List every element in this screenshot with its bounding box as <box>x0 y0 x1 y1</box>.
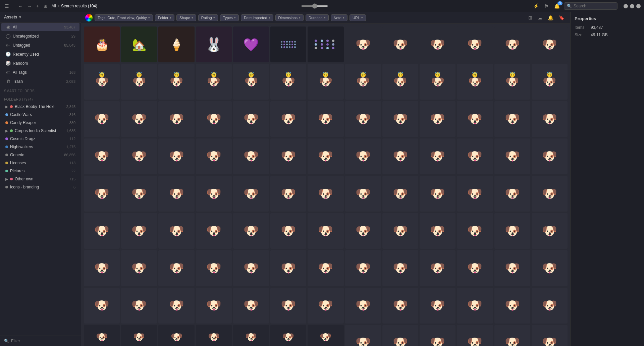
asset-cell[interactable]: 🐶 <box>382 325 418 346</box>
filter-shape-chip[interactable]: Shape ▾ <box>176 14 196 21</box>
asset-cell[interactable]: 🐶 <box>382 138 418 174</box>
asset-cell[interactable]: 🐶 <box>158 101 194 137</box>
asset-cell[interactable]: 🐶 <box>457 138 493 174</box>
asset-cell[interactable]: 🐶 <box>270 288 306 324</box>
sidebar-item-trash[interactable]: 🗑 Trash 2,083 <box>1 77 79 85</box>
asset-cell[interactable]: 🐶 <box>532 101 568 137</box>
nav-grid-button[interactable]: ⊞ <box>42 3 49 9</box>
sidebar-item-all-tags[interactable]: 🏷 All Tags 168 <box>1 68 79 76</box>
asset-cell[interactable]: 🐶 <box>121 213 157 249</box>
asset-cell[interactable]: 🐶 <box>196 101 232 137</box>
asset-cell[interactable]: 🐶 <box>270 213 306 249</box>
asset-cell[interactable]: 🐶😇 <box>457 64 493 100</box>
asset-cell[interactable]: 🐶😇 <box>84 64 120 100</box>
filter-types-chip[interactable]: Types ▾ <box>220 14 239 21</box>
folder-other-own[interactable]: ▶ Other own 715 <box>1 175 79 183</box>
asset-cell[interactable]: 🐰 <box>196 26 232 62</box>
asset-cell[interactable]: 🐶 <box>196 213 232 249</box>
asset-cell[interactable]: 🐶 <box>121 250 157 286</box>
filter-action-bell-btn[interactable]: 🔔 <box>546 14 555 21</box>
asset-cell[interactable]: 🐶 <box>158 138 194 174</box>
asset-cell[interactable]: 🐶 <box>420 250 455 286</box>
folder-licenses[interactable]: Licenses 113 <box>1 159 79 167</box>
asset-cell[interactable]: 🐶 <box>233 288 269 324</box>
asset-cell[interactable]: 🐶 <box>494 26 530 62</box>
asset-cell[interactable]: 🐶 <box>457 176 493 212</box>
asset-cell[interactable]: 🐶😇 <box>345 64 381 100</box>
folder-candy-reaper[interactable]: Candy Reaper 380 <box>1 119 79 126</box>
filter-tags-chip[interactable]: Tags: Cute, Front view, Quirky ▾ <box>95 14 153 21</box>
asset-cell[interactable]: 💜 <box>233 26 269 62</box>
asset-cell[interactable]: 🐶 <box>382 176 418 212</box>
asset-cell[interactable]: 🐶 <box>121 176 157 212</box>
asset-cell[interactable]: 🐶 <box>494 101 530 137</box>
asset-cell[interactable]: 🐶 <box>494 250 530 286</box>
asset-cell[interactable]: 🏡 <box>121 26 157 62</box>
asset-cell[interactable]: 🐶WAV / BPM: 182 <box>233 325 269 346</box>
asset-cell[interactable]: 🐶 <box>308 250 343 286</box>
zoom-slider[interactable] <box>301 5 328 7</box>
filter-dimensions-chip[interactable]: Dimensions ▾ <box>275 14 304 21</box>
menu-icon[interactable]: ☰ <box>3 3 10 9</box>
asset-cell[interactable]: 🐶 <box>345 176 381 212</box>
search-input[interactable] <box>574 4 614 8</box>
asset-cell[interactable]: 🐶 <box>84 101 120 137</box>
sidebar-item-recently-used[interactable]: 🕐 Recently Used <box>1 50 79 58</box>
asset-cell[interactable]: 🐶 <box>457 213 493 249</box>
asset-cell[interactable]: 🐶 <box>308 176 343 212</box>
asset-cell[interactable]: 🐶 <box>270 101 306 137</box>
asset-cell[interactable]: 🐶WAV / BPM: 183 <box>84 325 120 346</box>
asset-cell[interactable]: 🐶 <box>308 138 343 174</box>
asset-cell[interactable]: 🐶 <box>420 101 455 137</box>
filter-folder-chip[interactable]: Folder ▾ <box>155 14 174 21</box>
asset-cell[interactable]: 🐶 <box>420 325 455 346</box>
minimize-button[interactable] <box>624 4 628 8</box>
close-button[interactable] <box>636 4 641 8</box>
filter-url-chip[interactable]: URL ▾ <box>350 14 366 21</box>
asset-cell[interactable]: 🐶 <box>382 101 418 137</box>
asset-cell[interactable]: 🐶 <box>345 325 381 346</box>
filter-note-chip[interactable]: Note ▾ <box>331 14 347 21</box>
asset-cell[interactable]: 🐶 <box>494 213 530 249</box>
asset-cell[interactable]: 🐶 <box>84 176 120 212</box>
folder-cosmic[interactable]: Cosmic Dragz 112 <box>1 135 79 142</box>
asset-cell[interactable]: 🐶WAV / BPM: 183 <box>270 325 306 346</box>
sidebar-footer[interactable]: 🔍 Filter <box>0 336 81 346</box>
nav-add-button[interactable]: + <box>35 3 41 9</box>
asset-cell[interactable]: 🐶 <box>84 213 120 249</box>
asset-cell[interactable]: 🐶 <box>84 138 120 174</box>
asset-cell[interactable]: 🐶😇 <box>532 64 568 100</box>
sidebar-item-uncategorized[interactable]: ◯ Uncategorized 29 <box>1 32 79 40</box>
asset-cell[interactable]: 🐶 <box>196 288 232 324</box>
folder-icons-branding[interactable]: Icons - branding 6 <box>1 183 79 191</box>
asset-cell[interactable]: 🐶 <box>457 288 493 324</box>
asset-cell[interactable]: 🐶 <box>158 288 194 324</box>
asset-cell[interactable]: 🐶 <box>494 325 530 346</box>
filter-action-bookmark-btn[interactable]: 🔖 <box>557 14 566 21</box>
asset-cell[interactable]: 🐶 <box>532 325 568 346</box>
asset-cell[interactable]: 🐶 <box>158 250 194 286</box>
asset-cell[interactable]: 🐶 <box>121 288 157 324</box>
asset-cell[interactable]: 🐶WAV / BPM: 156 <box>308 325 343 346</box>
breadcrumb-root[interactable]: All <box>52 4 56 8</box>
asset-cell[interactable]: 🐶 <box>270 138 306 174</box>
asset-cell[interactable]: 🐶😇 <box>308 64 343 100</box>
asset-cell[interactable]: 🐶😇 <box>121 64 157 100</box>
asset-cell[interactable]: 🐶 <box>345 26 381 62</box>
asset-cell[interactable]: 🐶 <box>532 250 568 286</box>
asset-cell[interactable]: 🐶 <box>84 288 120 324</box>
asset-cell[interactable]: 🐶 <box>532 26 568 62</box>
folder-corpus[interactable]: ▶ Corpus Inedia Scientist 1,635 <box>1 127 79 134</box>
folder-black-bobby[interactable]: ▶ Black Bobby The Hole 2,845 <box>1 103 79 110</box>
asset-cell[interactable]: 🐶 <box>121 138 157 174</box>
asset-cell[interactable]: 🐶 <box>382 250 418 286</box>
asset-cell[interactable]: 🐶 <box>382 288 418 324</box>
asset-cell[interactable]: 🐶 <box>420 288 455 324</box>
asset-cell[interactable]: 🐶 <box>532 138 568 174</box>
asset-cell[interactable]: 🐶WAV / BPM: 147 <box>121 325 157 346</box>
asset-cell[interactable]: 🐶 <box>308 101 343 137</box>
asset-cell[interactable]: 🐶😇 <box>158 64 194 100</box>
asset-cell[interactable]: 🐶 <box>196 176 232 212</box>
asset-cell[interactable]: 🐶 <box>420 26 455 62</box>
folder-nightwalkers[interactable]: Nightwalkers 1,275 <box>1 143 79 151</box>
